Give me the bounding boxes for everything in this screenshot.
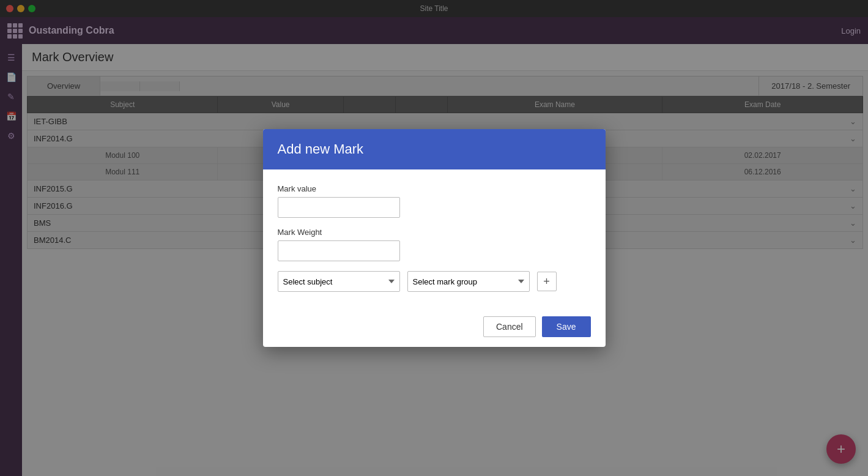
mark-value-group: Mark value	[278, 184, 591, 218]
cancel-button[interactable]: Cancel	[483, 316, 536, 337]
markgroup-select[interactable]: Select mark group	[407, 271, 530, 292]
mark-weight-label: Mark Weight	[278, 228, 591, 237]
select-row: Select subject Select mark group +	[278, 271, 591, 292]
add-markgroup-button[interactable]: +	[537, 272, 557, 291]
modal-header: Add new Mark	[263, 129, 606, 169]
modal-footer: Cancel Save	[263, 307, 606, 347]
modal-title: Add new Mark	[278, 141, 591, 157]
mark-value-input[interactable]	[278, 197, 400, 218]
modal-body: Mark value Mark Weight Select subject Se…	[263, 169, 606, 307]
modal-overlay: Add new Mark Mark value Mark Weight Sele…	[0, 0, 868, 476]
mark-weight-input[interactable]	[278, 240, 400, 261]
mark-value-label: Mark value	[278, 184, 591, 193]
subject-select[interactable]: Select subject	[278, 271, 400, 292]
save-button[interactable]: Save	[542, 316, 591, 337]
add-mark-modal: Add new Mark Mark value Mark Weight Sele…	[263, 129, 606, 347]
mark-weight-group: Mark Weight	[278, 228, 591, 261]
